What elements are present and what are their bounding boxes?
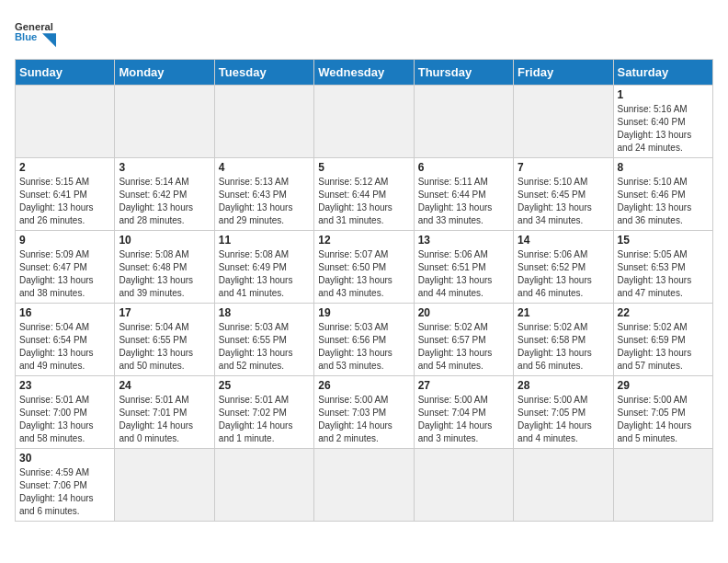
day-info: Sunrise: 5:00 AMSunset: 7:05 PMDaylight:… — [618, 394, 709, 445]
calendar-cell: 18Sunrise: 5:03 AMSunset: 6:55 PMDayligh… — [214, 304, 313, 376]
day-number: 20 — [418, 306, 509, 319]
day-info: Sunrise: 5:15 AMSunset: 6:41 PMDaylight:… — [19, 176, 110, 227]
day-number: 14 — [518, 234, 609, 247]
day-number: 4 — [219, 161, 310, 174]
day-number: 27 — [418, 379, 509, 392]
day-header-wednesday: Wednesday — [314, 60, 414, 86]
calendar-cell — [314, 86, 414, 158]
day-info: Sunrise: 5:09 AMSunset: 6:47 PMDaylight:… — [19, 248, 110, 300]
day-number: 8 — [618, 161, 709, 174]
day-number: 21 — [518, 306, 609, 319]
day-info: Sunrise: 5:12 AMSunset: 6:44 PMDaylight:… — [318, 176, 409, 227]
svg-text:General: General — [15, 21, 53, 32]
calendar-cell: 17Sunrise: 5:04 AMSunset: 6:55 PMDayligh… — [115, 304, 214, 376]
day-info: Sunrise: 5:04 AMSunset: 6:55 PMDaylight:… — [119, 321, 210, 373]
day-info: Sunrise: 5:14 AMSunset: 6:42 PMDaylight:… — [119, 176, 210, 227]
calendar-cell: 1Sunrise: 5:16 AMSunset: 6:40 PMDaylight… — [613, 86, 712, 158]
day-info: Sunrise: 4:59 AMSunset: 7:06 PMDaylight:… — [19, 466, 110, 518]
day-number: 28 — [518, 379, 609, 392]
day-number: 29 — [618, 379, 709, 392]
day-info: Sunrise: 5:01 AMSunset: 7:01 PMDaylight:… — [119, 394, 210, 445]
calendar-cell — [16, 86, 115, 158]
day-header-tuesday: Tuesday — [214, 60, 313, 86]
day-number: 19 — [318, 306, 409, 319]
calendar-cell: 26Sunrise: 5:00 AMSunset: 7:03 PMDayligh… — [314, 376, 414, 449]
calendar-cell — [514, 449, 613, 522]
day-number: 2 — [19, 161, 110, 174]
day-info: Sunrise: 5:03 AMSunset: 6:55 PMDaylight:… — [219, 321, 310, 373]
calendar-cell: 20Sunrise: 5:02 AMSunset: 6:57 PMDayligh… — [414, 304, 513, 376]
calendar-cell — [314, 449, 414, 522]
day-number: 26 — [318, 379, 409, 392]
day-info: Sunrise: 5:02 AMSunset: 6:59 PMDaylight:… — [618, 321, 709, 373]
calendar: SundayMondayTuesdayWednesdayThursdayFrid… — [15, 59, 713, 522]
calendar-cell — [613, 449, 712, 522]
day-info: Sunrise: 5:10 AMSunset: 6:46 PMDaylight:… — [618, 176, 709, 227]
day-number: 30 — [19, 452, 110, 465]
day-info: Sunrise: 5:10 AMSunset: 6:45 PMDaylight:… — [518, 176, 609, 227]
day-header-thursday: Thursday — [414, 60, 513, 86]
day-header-sunday: Sunday — [16, 60, 115, 86]
calendar-cell: 15Sunrise: 5:05 AMSunset: 6:53 PMDayligh… — [613, 231, 712, 304]
day-number: 11 — [219, 234, 310, 247]
calendar-cell: 23Sunrise: 5:01 AMSunset: 7:00 PMDayligh… — [16, 376, 115, 449]
day-info: Sunrise: 5:05 AMSunset: 6:53 PMDaylight:… — [618, 248, 709, 300]
calendar-cell: 6Sunrise: 5:11 AMSunset: 6:44 PMDaylight… — [414, 158, 513, 231]
calendar-cell: 16Sunrise: 5:04 AMSunset: 6:54 PMDayligh… — [16, 304, 115, 376]
day-number: 15 — [618, 234, 709, 247]
day-info: Sunrise: 5:08 AMSunset: 6:49 PMDaylight:… — [219, 248, 310, 300]
calendar-cell: 29Sunrise: 5:00 AMSunset: 7:05 PMDayligh… — [613, 376, 712, 449]
day-header-saturday: Saturday — [613, 60, 712, 86]
calendar-cell — [514, 86, 613, 158]
calendar-cell: 22Sunrise: 5:02 AMSunset: 6:59 PMDayligh… — [613, 304, 712, 376]
svg-marker-2 — [42, 33, 56, 47]
day-info: Sunrise: 5:13 AMSunset: 6:43 PMDaylight:… — [219, 176, 310, 227]
day-number: 9 — [19, 234, 110, 247]
svg-text:Blue: Blue — [15, 31, 37, 42]
day-number: 3 — [119, 161, 210, 174]
calendar-cell — [115, 449, 214, 522]
calendar-cell: 25Sunrise: 5:01 AMSunset: 7:02 PMDayligh… — [214, 376, 313, 449]
day-number: 13 — [418, 234, 509, 247]
day-info: Sunrise: 5:01 AMSunset: 7:00 PMDaylight:… — [19, 394, 110, 445]
calendar-cell: 8Sunrise: 5:10 AMSunset: 6:46 PMDaylight… — [613, 158, 712, 231]
calendar-cell: 30Sunrise: 4:59 AMSunset: 7:06 PMDayligh… — [16, 449, 115, 522]
calendar-cell — [414, 86, 513, 158]
calendar-cell: 14Sunrise: 5:06 AMSunset: 6:52 PMDayligh… — [514, 231, 613, 304]
calendar-cell: 7Sunrise: 5:10 AMSunset: 6:45 PMDaylight… — [514, 158, 613, 231]
calendar-cell: 19Sunrise: 5:03 AMSunset: 6:56 PMDayligh… — [314, 304, 414, 376]
day-info: Sunrise: 5:00 AMSunset: 7:03 PMDaylight:… — [318, 394, 409, 445]
day-number: 22 — [618, 306, 709, 319]
logo: General Blue — [15, 15, 61, 52]
calendar-cell: 12Sunrise: 5:07 AMSunset: 6:50 PMDayligh… — [314, 231, 414, 304]
calendar-cell — [115, 86, 214, 158]
header: General Blue — [15, 15, 713, 52]
day-number: 16 — [19, 306, 110, 319]
calendar-cell: 4Sunrise: 5:13 AMSunset: 6:43 PMDaylight… — [214, 158, 313, 231]
calendar-cell: 28Sunrise: 5:00 AMSunset: 7:05 PMDayligh… — [514, 376, 613, 449]
day-info: Sunrise: 5:00 AMSunset: 7:05 PMDaylight:… — [518, 394, 609, 445]
day-header-friday: Friday — [514, 60, 613, 86]
day-header-monday: Monday — [115, 60, 214, 86]
day-info: Sunrise: 5:01 AMSunset: 7:02 PMDaylight:… — [219, 394, 310, 445]
day-info: Sunrise: 5:04 AMSunset: 6:54 PMDaylight:… — [19, 321, 110, 373]
day-info: Sunrise: 5:06 AMSunset: 6:52 PMDaylight:… — [518, 248, 609, 300]
day-number: 12 — [318, 234, 409, 247]
calendar-cell: 10Sunrise: 5:08 AMSunset: 6:48 PMDayligh… — [115, 231, 214, 304]
calendar-cell — [214, 449, 313, 522]
calendar-cell: 27Sunrise: 5:00 AMSunset: 7:04 PMDayligh… — [414, 376, 513, 449]
calendar-cell: 5Sunrise: 5:12 AMSunset: 6:44 PMDaylight… — [314, 158, 414, 231]
day-info: Sunrise: 5:00 AMSunset: 7:04 PMDaylight:… — [418, 394, 509, 445]
calendar-cell: 21Sunrise: 5:02 AMSunset: 6:58 PMDayligh… — [514, 304, 613, 376]
calendar-cell — [214, 86, 313, 158]
day-number: 24 — [119, 379, 210, 392]
general-blue-logo: General Blue — [15, 15, 61, 52]
day-info: Sunrise: 5:06 AMSunset: 6:51 PMDaylight:… — [418, 248, 509, 300]
day-number: 7 — [518, 161, 609, 174]
calendar-cell: 9Sunrise: 5:09 AMSunset: 6:47 PMDaylight… — [16, 231, 115, 304]
day-number: 25 — [219, 379, 310, 392]
day-info: Sunrise: 5:08 AMSunset: 6:48 PMDaylight:… — [119, 248, 210, 300]
day-info: Sunrise: 5:11 AMSunset: 6:44 PMDaylight:… — [418, 176, 509, 227]
day-number: 5 — [318, 161, 409, 174]
calendar-cell — [414, 449, 513, 522]
